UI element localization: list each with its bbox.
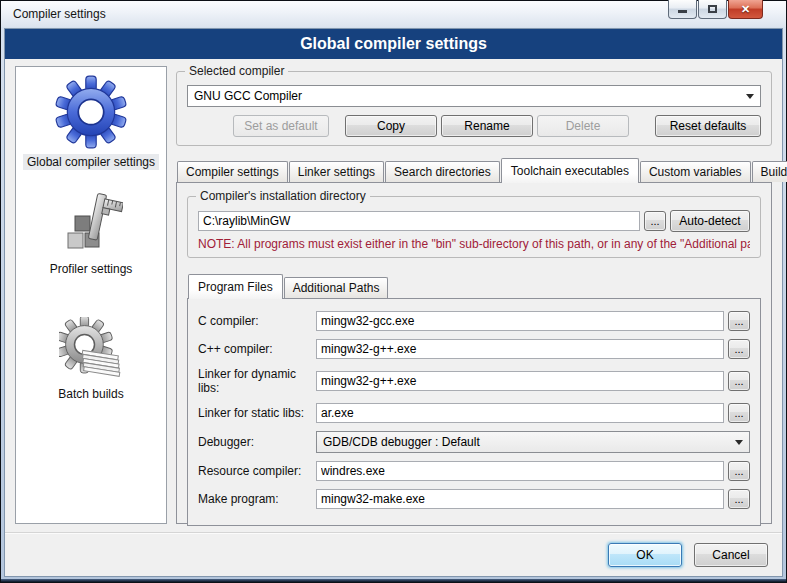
window-bottom-edge (1, 579, 786, 582)
field-label: Make program: (198, 492, 316, 506)
program-files-panel: C compiler: ... C++ compiler: ... Linker… (187, 298, 761, 526)
sidebar-item-label: Batch builds (54, 386, 127, 402)
dialog-header: Global compiler settings (5, 29, 782, 59)
gray-gear-icon (59, 317, 123, 381)
set-as-default-button[interactable]: Set as default (233, 115, 329, 137)
compiler-settings-window: Compiler settings ✕ Global compiler sett… (0, 0, 787, 583)
debugger-select-value: GDB/CDB debugger : Default (323, 435, 480, 449)
field-row-debugger: Debugger: GDB/CDB debugger : Default (198, 431, 750, 453)
selected-compiler-group-label: Selected compiler (185, 64, 288, 78)
dialog-client: Global compiler settings (4, 28, 783, 577)
tab-toolchain-executables[interactable]: Toolchain executables (501, 158, 639, 183)
field-label: Linker for static libs: (198, 406, 316, 420)
field-row-cpp-compiler: C++ compiler: ... (198, 339, 750, 359)
field-row-linker-dynamic: Linker for dynamic libs: ... (198, 367, 750, 395)
dialog-header-title: Global compiler settings (300, 35, 487, 53)
resource-compiler-input[interactable] (316, 461, 724, 481)
tab-search-directories[interactable]: Search directories (385, 161, 500, 182)
window-controls: ✕ (667, 0, 763, 19)
field-label: Linker for dynamic libs: (198, 367, 316, 395)
chevron-down-icon (746, 94, 754, 103)
installation-directory-input[interactable] (198, 211, 640, 231)
reset-defaults-button[interactable]: Reset defaults (655, 115, 761, 137)
delete-button[interactable]: Delete (537, 115, 629, 137)
sidebar-item-label: Global compiler settings (23, 154, 159, 170)
c-compiler-input[interactable] (316, 311, 724, 331)
installation-directory-group: Compiler's installation directory ... Au… (187, 196, 761, 258)
subtab-program-files[interactable]: Program Files (188, 274, 283, 299)
tab-build-options[interactable]: Build options (752, 161, 787, 182)
browse-button[interactable]: ... (728, 311, 750, 331)
cancel-button[interactable]: Cancel (694, 543, 768, 567)
linker-dynamic-input[interactable] (316, 371, 724, 391)
sidebar-item-batch-builds[interactable]: Batch builds (54, 317, 127, 402)
copy-button[interactable]: Copy (345, 115, 437, 137)
dialog-footer: OK Cancel (5, 532, 782, 576)
sidebar-item-global-compiler-settings[interactable]: Global compiler settings (23, 75, 159, 170)
field-label: C compiler: (198, 314, 316, 328)
toolchain-executables-panel: Compiler's installation directory ... Au… (176, 182, 772, 524)
tab-linker-settings[interactable]: Linker settings (289, 161, 384, 182)
subtab-additional-paths[interactable]: Additional Paths (284, 277, 389, 298)
browse-button[interactable]: ... (728, 339, 750, 359)
auto-detect-button[interactable]: Auto-detect (670, 210, 750, 232)
category-list: Global compiler settings (15, 66, 167, 524)
settings-tabstrip: Compiler settings Linker settings Search… (176, 158, 772, 182)
sidebar-item-profiler-settings[interactable]: Profiler settings (46, 192, 137, 277)
browse-button[interactable]: ... (644, 211, 666, 231)
field-label: Resource compiler: (198, 464, 316, 478)
maximize-button[interactable] (698, 0, 727, 19)
compiler-select-value: GNU GCC Compiler (194, 89, 302, 103)
browse-button[interactable]: ... (728, 461, 750, 481)
tab-custom-variables[interactable]: Custom variables (640, 161, 751, 182)
cpp-compiler-input[interactable] (316, 339, 724, 359)
installation-directory-group-label: Compiler's installation directory (196, 189, 370, 203)
field-row-c-compiler: C compiler: ... (198, 311, 750, 331)
maximize-icon (708, 5, 717, 13)
make-program-input[interactable] (316, 489, 724, 509)
compiler-select[interactable]: GNU GCC Compiler (187, 85, 761, 107)
close-icon: ✕ (741, 4, 750, 15)
caliper-icon (59, 192, 123, 256)
field-row-resource-compiler: Resource compiler: ... (198, 461, 750, 481)
linker-static-input[interactable] (316, 403, 724, 423)
blue-gear-icon (54, 75, 128, 149)
tab-compiler-settings[interactable]: Compiler settings (177, 161, 288, 182)
window-title: Compiler settings (13, 7, 106, 21)
minimize-icon (678, 10, 687, 13)
rename-button[interactable]: Rename (441, 115, 533, 137)
programs-subtabstrip: Program Files Additional Paths (187, 274, 761, 298)
field-label: C++ compiler: (198, 342, 316, 356)
note-text: NOTE: All programs must exist either in … (198, 237, 750, 251)
sidebar-item-label: Profiler settings (46, 261, 137, 277)
close-button[interactable]: ✕ (728, 0, 763, 19)
debugger-select[interactable]: GDB/CDB debugger : Default (316, 431, 750, 453)
ok-button[interactable]: OK (608, 543, 682, 567)
field-row-make-program: Make program: ... (198, 489, 750, 509)
browse-button[interactable]: ... (728, 403, 750, 423)
field-row-linker-static: Linker for static libs: ... (198, 403, 750, 423)
selected-compiler-group: Selected compiler GNU GCC Compiler Set a… (176, 71, 772, 146)
field-label: Debugger: (198, 435, 316, 449)
chevron-down-icon (735, 440, 743, 449)
browse-button[interactable]: ... (728, 489, 750, 509)
browse-button[interactable]: ... (728, 371, 750, 391)
minimize-button[interactable] (668, 0, 697, 19)
